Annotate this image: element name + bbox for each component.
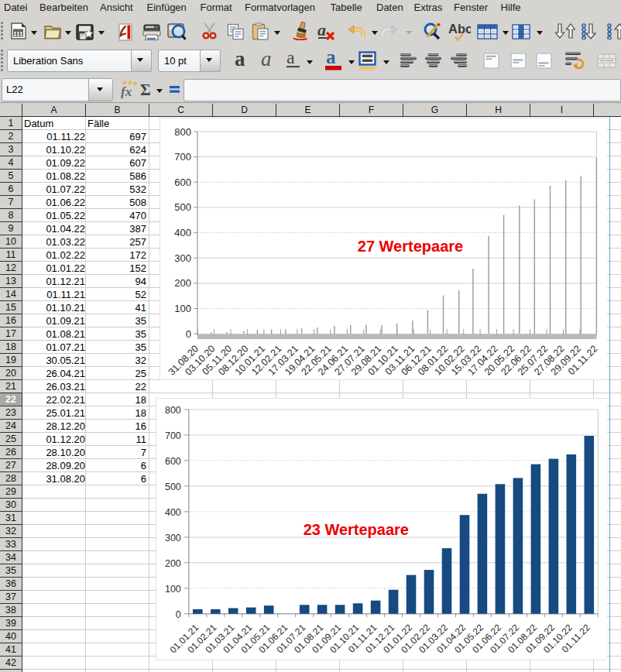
svg-text:27 Wertepaare: 27 Wertepaare <box>357 238 462 255</box>
svg-text:800: 800 <box>174 125 191 137</box>
svg-text:400: 400 <box>174 227 191 238</box>
svg-text:23 Wertepaare: 23 Wertepaare <box>303 521 408 538</box>
svg-text:300: 300 <box>174 252 191 263</box>
svg-text:500: 500 <box>174 201 191 213</box>
svg-text:500: 500 <box>165 482 181 492</box>
svg-text:800: 800 <box>165 405 181 416</box>
svg-text:a: a <box>286 49 295 67</box>
svg-text:a: a <box>261 49 272 69</box>
svg-text:300: 300 <box>165 533 181 543</box>
svg-text:400: 400 <box>165 507 181 518</box>
svg-text:0: 0 <box>185 327 190 339</box>
svg-text:200: 200 <box>174 277 191 289</box>
svg-text:fx: fx <box>121 84 132 98</box>
svg-text:600: 600 <box>165 456 181 467</box>
svg-text:100: 100 <box>165 584 181 595</box>
svg-text:a: a <box>317 22 326 39</box>
svg-text:100: 100 <box>174 303 191 314</box>
svg-text:a: a <box>235 49 245 69</box>
svg-text:200: 200 <box>165 558 181 569</box>
svg-text:600: 600 <box>174 176 191 187</box>
svg-text:700: 700 <box>165 430 181 441</box>
svg-text:Σ: Σ <box>140 81 151 98</box>
svg-text:Abc: Abc <box>448 22 471 36</box>
svg-text:700: 700 <box>174 151 191 163</box>
svg-text:a: a <box>326 48 336 67</box>
svg-text:0: 0 <box>176 609 181 620</box>
